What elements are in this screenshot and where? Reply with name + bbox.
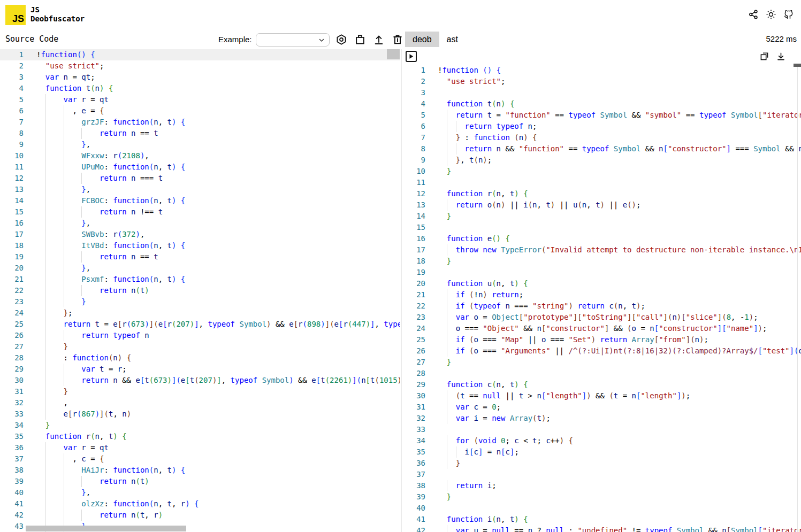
- run-icon: [408, 53, 414, 59]
- line-number: 22: [402, 300, 425, 312]
- code-line: 42 var u = null == n ? null : "undefined…: [402, 525, 801, 532]
- code-line: 32 var i = new Array(t);: [402, 413, 801, 424]
- output-actions: [759, 51, 786, 61]
- upload-button[interactable]: [373, 34, 385, 45]
- code-line: 18 ItVBd: function(n, t) {: [0, 240, 400, 251]
- code-line: 4 function t(n) {: [402, 98, 801, 110]
- share-button[interactable]: [748, 9, 759, 20]
- line-number: 1: [0, 49, 24, 60]
- code-line: 24 };: [0, 307, 400, 319]
- code-line: 19: [402, 267, 801, 278]
- code-line: 40 },: [0, 487, 400, 498]
- code-line: 38 HAiJr: function(n, t) {: [0, 465, 400, 476]
- line-number: 40: [402, 503, 425, 514]
- copy-button[interactable]: [759, 51, 769, 61]
- code-line: 20 },: [0, 263, 400, 274]
- code-line: 20 function u(n, t) {: [402, 278, 801, 289]
- code-line: 8 return n == t: [0, 128, 400, 139]
- code-line: 31 var c = 0;: [402, 402, 801, 413]
- source-code-label: Source Code: [5, 34, 58, 44]
- output-header: [402, 49, 801, 64]
- code-line-text: function i(n, t) {: [438, 514, 528, 525]
- line-number: 12: [0, 173, 24, 184]
- code-line: 41 function i(n, t) {: [402, 514, 801, 525]
- theme-toggle-button[interactable]: [766, 9, 776, 20]
- line-number: 37: [0, 453, 24, 465]
- line-number: 19: [0, 251, 24, 263]
- main-area: 1!function() {2 "use strict";3 var n = q…: [0, 49, 801, 532]
- paste-button[interactable]: [354, 34, 366, 45]
- code-line-text: },: [36, 139, 90, 150]
- code-line-text: }: [438, 357, 451, 368]
- page-title: JS Deobfuscator: [30, 5, 85, 24]
- settings-button[interactable]: [335, 34, 347, 45]
- settings-icon: [335, 34, 347, 45]
- code-line-text: function t(n) {: [438, 98, 514, 110]
- code-line: 42 return n(t, r): [0, 510, 400, 521]
- line-number: 5: [402, 110, 425, 121]
- line-number: 14: [0, 195, 24, 206]
- line-number: 36: [0, 442, 24, 453]
- code-line-text: var t = r;: [36, 364, 127, 375]
- code-line-text: , e = {: [36, 105, 104, 117]
- line-number: 11: [402, 177, 425, 188]
- download-button[interactable]: [776, 51, 786, 61]
- github-link[interactable]: [783, 9, 794, 20]
- line-number: 15: [0, 206, 24, 218]
- code-line-text: i[c] = n[c];: [438, 446, 519, 458]
- code-line: 12 function r(n, t) {: [402, 188, 801, 199]
- code-line: 30 return n && e[t(673)](e[t(207)], type…: [0, 375, 400, 386]
- line-number: 2: [0, 60, 24, 72]
- github-icon: [783, 9, 794, 20]
- line-number: 35: [0, 431, 24, 442]
- line-number: 20: [0, 263, 24, 274]
- line-number: 42: [0, 510, 24, 521]
- code-line: 15: [402, 222, 801, 233]
- header-actions: [748, 9, 794, 20]
- code-line-text: olzXz: function(n, t, r) {: [36, 498, 199, 510]
- line-number: 26: [402, 345, 425, 357]
- left-vertical-scrollbar[interactable]: [387, 49, 400, 59]
- upload-icon: [373, 34, 385, 45]
- code-line: 27 }: [402, 357, 801, 368]
- line-number: 42: [402, 525, 425, 532]
- line-number: 7: [402, 132, 425, 143]
- code-line-text: return n(t, r): [36, 510, 163, 521]
- code-line-text: UPuMo: function(n, t) {: [36, 161, 185, 173]
- app-header: JS JS Deobfuscator: [0, 0, 801, 30]
- code-line: 30 (t == null || t > n["length"]) && (t …: [402, 390, 801, 402]
- line-number: 34: [402, 435, 425, 446]
- code-line: 39 }: [402, 491, 801, 503]
- line-number: 40: [0, 487, 24, 498]
- tab-deob[interactable]: deob: [405, 32, 439, 47]
- code-line: 10 }: [402, 166, 801, 177]
- code-line: 12 return n === t: [0, 173, 400, 184]
- source-code-editor[interactable]: 1!function() {2 "use strict";3 var n = q…: [0, 49, 400, 532]
- code-line: 28: [402, 368, 801, 379]
- code-line: 7 } : function (n) {: [402, 132, 801, 143]
- code-line: 25 if (o === "Map" || o === "Set") retur…: [402, 334, 801, 345]
- run-button[interactable]: [406, 51, 417, 62]
- code-line: 14 FCBOC: function(n, t) {: [0, 195, 400, 206]
- tab-ast[interactable]: ast: [439, 32, 466, 47]
- js-logo-text: JS: [12, 13, 24, 25]
- line-number: 33: [402, 424, 425, 435]
- code-line-text: function r(n, t) {: [438, 188, 528, 199]
- code-line: 39 return n(t): [0, 476, 400, 487]
- left-horizontal-scrollbar[interactable]: [26, 526, 186, 531]
- output-editor[interactable]: 1!function () {2 "use strict";34 functio…: [402, 49, 801, 532]
- code-line-text: ,: [36, 397, 68, 408]
- code-line: 8 return n && "function" == typeof Symbo…: [402, 143, 801, 155]
- paste-icon: [354, 34, 366, 45]
- code-line-text: if (o === "Arguments" || /^(?:Ui|I)nt(?:…: [438, 345, 801, 357]
- code-line-text: grzJF: function(n, t) {: [36, 117, 185, 128]
- timing-label: 5222 ms: [766, 34, 797, 43]
- right-vertical-scrollbar[interactable]: [794, 64, 801, 67]
- line-number: 31: [402, 402, 425, 413]
- code-line-text: }, t(n);: [438, 155, 492, 166]
- code-line: 16 function e() {: [402, 233, 801, 244]
- code-line-text: : function(n) {: [36, 352, 131, 364]
- example-select[interactable]: [256, 33, 330, 47]
- code-line: 34 }: [0, 420, 400, 431]
- delete-button[interactable]: [392, 34, 403, 45]
